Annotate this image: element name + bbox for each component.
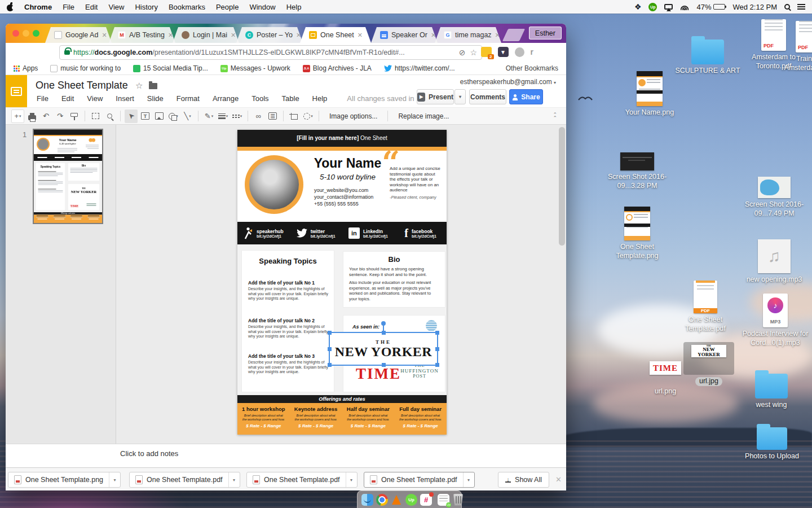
print-button[interactable]	[25, 110, 38, 123]
redo-button[interactable]: ↷	[54, 110, 67, 123]
desktop-file-one-sheet-pdf[interactable]: PDF One Sheet Template.pdf	[673, 278, 738, 333]
undo-button[interactable]: ↶	[39, 110, 52, 123]
select-tool-button[interactable]: ➤	[125, 110, 138, 123]
slide-page[interactable]: [Fill in your name here] One Sheet Your …	[237, 130, 447, 435]
chrome-dock-icon[interactable]	[376, 494, 388, 506]
insert-line-button[interactable]: ╲▾	[181, 110, 194, 123]
desktop-file-screenshot-2[interactable]: Screen Shot 2016-09...7.49 PM	[735, 177, 812, 218]
tab-close-icon[interactable]: ✕	[168, 32, 173, 39]
image-options-button[interactable]: Image options...	[323, 112, 383, 120]
slides-menu-table[interactable]: Table	[282, 94, 299, 103]
airplay-icon[interactable]	[664, 4, 673, 10]
desktop-file-train-pdf[interactable]: PDF Train to Amsterdam.pdf	[777, 19, 812, 72]
download-dropdown-icon[interactable]: ▾	[109, 472, 120, 487]
resize-handle-se[interactable]	[435, 363, 439, 367]
bookmark-star-icon[interactable]: ☆	[470, 48, 477, 57]
present-button[interactable]: ▶Present	[417, 89, 454, 104]
bio-card[interactable]: Bio Your bio should have a strong openin…	[343, 251, 445, 308]
slides-menu-help[interactable]: Help	[312, 94, 328, 103]
zoom-button[interactable]	[103, 110, 116, 123]
account-email[interactable]: estherspeakerhub@gmail.com ▾	[460, 78, 556, 86]
download-dropdown-icon[interactable]: ▾	[228, 472, 240, 487]
finder-dock-icon[interactable]	[361, 494, 373, 506]
spotlight-icon[interactable]	[784, 4, 790, 10]
address-bar[interactable]: https://docs.google.com/presentation/d/1…	[59, 45, 482, 60]
download-dropdown-icon[interactable]: ▾	[346, 472, 357, 487]
menu-help[interactable]: Help	[286, 3, 302, 11]
tab-time-magazine-search[interactable]: G time magaz✕	[435, 27, 501, 43]
line-dash-button[interactable]: ▾	[231, 110, 244, 123]
resize-handle-w[interactable]	[328, 347, 332, 351]
tab-one-sheet-active[interactable]: One Sheet✕	[300, 27, 371, 43]
menubar-clock[interactable]: Wed 2:12 PM	[732, 3, 777, 11]
tab-close-icon[interactable]: ✕	[231, 32, 236, 39]
upwork-menubar-icon[interactable]: Up	[648, 3, 657, 11]
ghostery-extension-icon[interactable]: ▼	[498, 47, 509, 57]
apps-shortcut[interactable]: Apps	[14, 64, 38, 72]
contact-info[interactable]: your_website@you.com your_contact@inform…	[314, 187, 373, 207]
replace-image-button[interactable]: Replace image...	[392, 112, 455, 120]
resize-handle-n[interactable]	[382, 331, 386, 335]
slide-filmstrip[interactable]: 1 Your Name 5-10 word byline	[6, 125, 116, 444]
insert-link-button[interactable]: ∞	[252, 110, 265, 123]
desktop-file-your-name-png[interactable]: Your Name.png	[616, 71, 683, 117]
desktop-file-podcast-mp3[interactable]: ♪ MP3 Podcast Interview for Cord...0(1).…	[733, 294, 812, 347]
slides-menu-arrange[interactable]: Arrange	[213, 94, 239, 103]
speakerhub-cell[interactable]: speakerhubbit.ly/2dCnfj1	[237, 227, 290, 239]
slides-menu-format[interactable]: Format	[176, 94, 200, 103]
facebook-cell[interactable]: f facebookbit.ly/2dCnfj1	[394, 227, 447, 240]
apple-menu-icon[interactable]	[7, 3, 14, 11]
desktop-file-url-jpg-selected[interactable]: THE NEW YORKER url.jpg	[683, 342, 734, 386]
slide-canvas[interactable]: [Fill in your name here] One Sheet Your …	[117, 125, 566, 444]
download-item-2[interactable]: One Sheet Template.pdf ▾	[129, 472, 240, 488]
paint-format-button[interactable]	[68, 110, 81, 123]
wifi-icon[interactable]	[680, 3, 689, 10]
extension-icon-gray[interactable]	[515, 47, 524, 57]
zoom-window-button[interactable]	[33, 30, 39, 37]
tab-speaker-doc[interactable]: Speaker Or✕	[371, 27, 438, 43]
desktop-folder-west-wing[interactable]: west wing	[738, 369, 805, 410]
desktop-folder-photos-to-upload[interactable]: Photos to Upload	[738, 423, 806, 461]
slack-dock-icon[interactable]: #	[420, 494, 432, 506]
collapse-toolbar-button[interactable]: ⌃⌃	[553, 113, 561, 120]
menu-people[interactable]: People	[216, 3, 239, 11]
profile-photo[interactable]	[245, 155, 303, 214]
tab-close-icon[interactable]: ✕	[296, 32, 301, 39]
battery-indicator[interactable]: 47%	[696, 3, 725, 11]
close-window-button[interactable]	[12, 30, 19, 37]
close-downloads-bar-icon[interactable]: ✕	[555, 475, 562, 484]
menu-file[interactable]: File	[63, 3, 74, 11]
desktop-file-screenshot-1[interactable]: Screen Shot 2016-09...3.28 PM	[598, 152, 677, 190]
other-bookmarks[interactable]: Other Bookmarks	[506, 64, 558, 72]
menu-view[interactable]: View	[108, 3, 124, 11]
bookmark-twitter[interactable]: https://twitter.com/...	[384, 64, 455, 72]
resize-handle-e[interactable]	[435, 347, 439, 351]
present-dropdown-button[interactable]: ▾	[454, 89, 466, 104]
menu-edit[interactable]: Edit	[85, 3, 98, 11]
insert-image-button[interactable]	[153, 110, 166, 123]
share-button[interactable]: Share	[509, 89, 543, 104]
rotation-handle[interactable]	[381, 321, 386, 326]
show-all-downloads-button[interactable]: ↓Show All	[498, 472, 549, 488]
download-item-3[interactable]: One Sheet Template.pdf ▾	[246, 472, 358, 488]
bookmark-upwork-messages[interactable]: UpMessages - Upwork	[220, 64, 290, 72]
notification-center-icon[interactable]	[797, 3, 805, 11]
insert-comment-button[interactable]: ☰	[266, 110, 279, 123]
new-yorker-logo-selected[interactable]: THE NEW YORKER	[329, 332, 438, 366]
move-to-folder-icon[interactable]	[149, 83, 157, 89]
new-slide-button[interactable]: +▾	[11, 110, 24, 123]
download-item-1[interactable]: One Sheet Template.png ▾	[8, 472, 121, 488]
twitter-cell[interactable]: twitterbit.ly/2dCnfj1	[290, 229, 342, 238]
insert-shape-button[interactable]: ▾	[167, 110, 180, 123]
slides-menu-insert[interactable]: Insert	[116, 94, 134, 103]
slide-title-bar[interactable]: [Fill in your name here] One Sheet	[237, 130, 447, 147]
slides-app-icon[interactable]	[6, 75, 27, 107]
download-dropdown-icon[interactable]: ▾	[463, 472, 474, 487]
speaker-name[interactable]: Your Name	[304, 156, 391, 171]
profile-button[interactable]: Esther	[529, 27, 562, 40]
resize-handle-nw[interactable]	[328, 331, 332, 335]
text-box-button[interactable]: T	[139, 110, 152, 123]
download-item-4[interactable]: One Sheet Template.pdf ▾	[364, 472, 475, 488]
new-tab-button[interactable]	[502, 29, 525, 41]
slides-menu-slide[interactable]: Slide	[147, 94, 164, 103]
